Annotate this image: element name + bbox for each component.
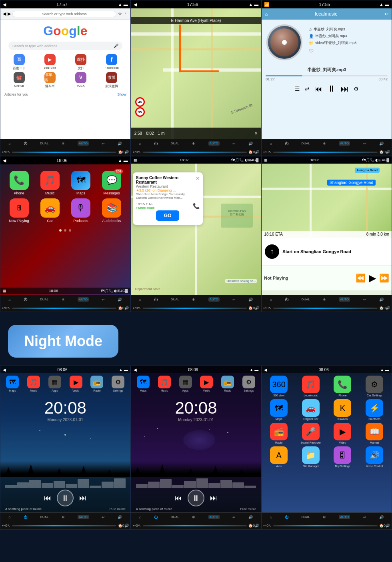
dot-3[interactable] xyxy=(69,229,71,232)
vol-slider-p3[interactable] xyxy=(273,152,378,153)
vol-p5[interactable]: 🔊 xyxy=(248,298,253,302)
home2-p7[interactable]: 🏠 xyxy=(118,524,122,528)
steer-p7[interactable]: ↖ xyxy=(7,524,10,528)
dual-p6[interactable]: DUAL xyxy=(301,298,310,301)
fwd-btn-p6[interactable]: ⏩ xyxy=(379,273,389,283)
ac-btn-p1[interactable]: ❄ xyxy=(62,142,65,146)
browser-search[interactable]: Search or type web address 🎤 xyxy=(8,42,122,50)
ac-p6[interactable]: ❄ xyxy=(323,298,326,302)
home-p5[interactable]: ⌂ xyxy=(139,298,141,302)
night-app-settings-p7[interactable]: ⚙ Settings xyxy=(112,376,124,392)
home2-p5[interactable]: 🏠 xyxy=(248,306,253,310)
home-p3[interactable]: ⌂ xyxy=(270,142,272,146)
return-p8[interactable]: ↩ xyxy=(232,515,236,519)
bookmark-vjex[interactable]: V VJEX xyxy=(66,72,95,88)
back2-p8[interactable]: ↩ xyxy=(133,524,136,528)
dual-p3[interactable]: DUAL xyxy=(301,142,310,145)
ac-p5[interactable]: ❄ xyxy=(192,298,195,302)
vol-p8[interactable]: 🔊 xyxy=(248,515,253,519)
bookmark-youtube[interactable]: ▶ YouTube xyxy=(35,54,64,70)
vol-p2[interactable]: 🔊 xyxy=(248,142,253,146)
home-p6[interactable]: ⌂ xyxy=(270,298,272,302)
prev-night-p7[interactable]: ⏮ xyxy=(44,494,51,502)
power-p7[interactable]: ⏻ xyxy=(24,515,27,519)
home2-p8[interactable]: 🏠 xyxy=(248,524,253,528)
night-app-video-p8[interactable]: ▶ Vedio xyxy=(200,376,213,392)
close-card[interactable]: ✕ xyxy=(196,176,200,200)
fan-p8[interactable]: AUTO xyxy=(208,515,220,519)
bookmark-facebook[interactable]: f Facebook xyxy=(97,54,126,70)
back2-p2[interactable]: ↩ xyxy=(133,150,136,154)
power-p5[interactable]: ⏻ xyxy=(154,298,158,302)
home2-p9[interactable]: 🏠 xyxy=(379,524,384,528)
app-phone[interactable]: 📞 Phone xyxy=(328,376,358,397)
bookmark-github[interactable]: 🐙 GitHub xyxy=(4,72,34,88)
home-p8[interactable]: ⌂ xyxy=(139,515,141,519)
back2-p4[interactable]: ↩ xyxy=(2,306,5,310)
home2-p4[interactable]: 🏠 xyxy=(118,306,122,310)
home-btn-p1[interactable]: ⌂ xyxy=(8,142,10,146)
phone-icon-p5[interactable]: 📞 xyxy=(193,203,200,209)
playlist-icon[interactable]: ☰ xyxy=(295,86,300,92)
back-p4[interactable]: ◀ xyxy=(3,158,6,163)
power-p4[interactable]: ⏻ xyxy=(24,298,27,302)
vol2-p8[interactable]: 🔊 xyxy=(255,524,259,528)
playlist-item-2[interactable]: 👤 半壶纱_刘珂矣.mp3 xyxy=(309,33,385,40)
dual-p2[interactable]: DUAL xyxy=(171,142,179,145)
home-music[interactable]: ⌂ xyxy=(265,11,268,17)
vol-p7[interactable]: 🔊 xyxy=(118,515,122,519)
cp-app-phone[interactable]: 📞 Phone xyxy=(5,171,33,195)
cp-app-maps[interactable]: 🗺 Maps xyxy=(67,171,94,195)
return-p5[interactable]: ↩ xyxy=(232,298,236,302)
home2-p3[interactable]: 🏠 xyxy=(379,150,384,154)
vol2-p6[interactable]: 🔊 xyxy=(386,306,390,310)
fan-p9[interactable]: AUTO xyxy=(339,515,350,519)
return-p9[interactable]: ↩ xyxy=(363,515,366,519)
grid-p5[interactable]: ▦ xyxy=(134,158,137,162)
home-p9[interactable]: ⌂ xyxy=(270,515,272,519)
return-p7[interactable]: ↩ xyxy=(102,515,105,519)
prev-night-p8[interactable]: ⏮ xyxy=(175,494,182,502)
back2-p3[interactable]: ↩ xyxy=(263,150,266,154)
app-voicecontrol[interactable]: 🔊 Voice Control xyxy=(360,446,389,468)
app-dspsettings[interactable]: 🎛 DspSettings xyxy=(328,446,358,468)
grid-p6[interactable]: ▦ xyxy=(264,158,268,162)
prev-btn[interactable]: ⏮ xyxy=(314,84,322,94)
app-radio[interactable]: 📻 Radio xyxy=(264,423,294,444)
power-p2[interactable]: ⏻ xyxy=(154,142,158,146)
cp-app-nowplaying[interactable]: 🎚 Now Playing xyxy=(5,198,33,223)
music-progress-bar[interactable] xyxy=(266,75,388,76)
menu-icon[interactable]: ⋮ xyxy=(124,11,128,16)
return-p4[interactable]: ↩ xyxy=(102,298,105,302)
night-app-apps-p8[interactable]: ▦ Apps xyxy=(179,376,192,392)
steer-p3[interactable]: ↖ xyxy=(268,150,272,154)
steer-p2[interactable]: ↖ xyxy=(138,150,141,154)
next-btn[interactable]: ⏭ xyxy=(341,84,349,94)
show-label[interactable]: Show xyxy=(117,92,126,96)
dual-p4[interactable]: DUAL xyxy=(40,298,48,301)
night-app-video-p7[interactable]: ▶ Vedio xyxy=(70,376,82,392)
night-app-radio-p8[interactable]: 📻 Radio xyxy=(221,376,234,392)
steer-p4[interactable]: ↖ xyxy=(7,306,10,310)
dual-p9[interactable]: DUAL xyxy=(301,515,310,519)
fan-p5[interactable]: AUTO xyxy=(208,297,220,302)
night-app-music-p7[interactable]: 🎵 Music xyxy=(27,376,40,392)
back2-p5[interactable]: ↩ xyxy=(133,306,136,310)
vol-slider-p2[interactable] xyxy=(143,152,247,153)
pause-night-p7[interactable]: ⏸ xyxy=(57,490,74,506)
app-maps[interactable]: 🗺 Maps xyxy=(264,399,294,420)
ac-p8[interactable]: ❄ xyxy=(192,515,195,519)
vol2-p9[interactable]: 🔊 xyxy=(386,524,390,528)
power-btn-p1[interactable]: ⏻ xyxy=(24,142,27,146)
power-p9[interactable]: ⏻ xyxy=(285,515,288,519)
dot-2[interactable] xyxy=(64,229,66,232)
vol-slider-p7[interactable] xyxy=(12,525,116,526)
ac-p3[interactable]: ❄ xyxy=(323,142,326,146)
home-p2[interactable]: ⌂ xyxy=(139,142,141,146)
fan-p3[interactable]: AUTO xyxy=(339,141,350,146)
return-p2[interactable]: ↩ xyxy=(232,142,236,146)
vol2-p3[interactable]: 🔊 xyxy=(386,150,390,154)
night-app-music-p8[interactable]: 🎵 Music xyxy=(158,376,171,392)
forward-btn[interactable]: ▶ xyxy=(8,11,11,16)
star-icon[interactable]: ☆ xyxy=(118,11,122,16)
